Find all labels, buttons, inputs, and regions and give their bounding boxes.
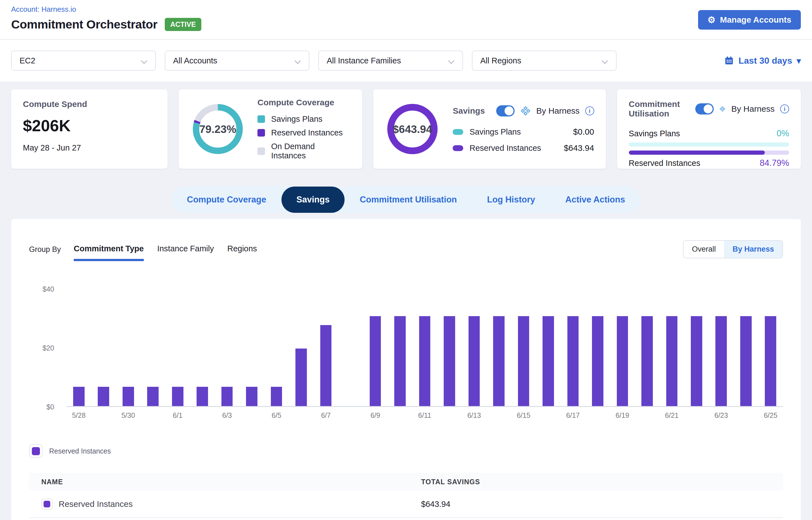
filter-value-regions: All Regions xyxy=(480,56,521,66)
page-title: Commitment Orchestrator xyxy=(11,18,157,31)
bar-slot xyxy=(487,316,511,406)
bar-6-3 xyxy=(221,387,233,406)
legend-label: Reserved Instances xyxy=(49,447,111,455)
table-row[interactable]: Reserved Instances$643.94 xyxy=(29,491,783,518)
plot-area xyxy=(67,289,783,407)
overall-by-harness-toggle: OverallBy Harness xyxy=(683,240,783,258)
filter-select-regions[interactable]: All Regions xyxy=(472,51,617,71)
bar-slot xyxy=(635,316,659,406)
filter-select-service[interactable]: EC2 xyxy=(11,51,156,71)
savings-bar-chart: $0$20$40 5/285/306/16/36/56/76/96/116/13… xyxy=(29,289,783,420)
bar-6-10 xyxy=(394,316,406,406)
x-tick-label xyxy=(289,411,313,420)
group-by-option-instance-family[interactable]: Instance Family xyxy=(157,244,214,261)
filter-bar: EC2All AccountsAll Instance FamiliesAll … xyxy=(0,40,812,82)
bar-slot xyxy=(363,316,388,406)
x-tick-label: 6/15 xyxy=(511,411,536,420)
info-icon[interactable] xyxy=(585,106,594,115)
utilisation-row-labels: Savings Plans0% xyxy=(629,128,789,138)
tab-log-history[interactable]: Log History xyxy=(472,186,550,213)
utilisation-row-label: Savings Plans xyxy=(629,129,680,138)
bar-slot xyxy=(462,316,487,406)
x-tick-label xyxy=(536,411,560,420)
view-option-by-harness[interactable]: By Harness xyxy=(724,241,782,258)
x-tick-label xyxy=(684,411,709,420)
bar-slot xyxy=(610,316,635,406)
coverage-legend-item-reserved-instances: Reserved Instances xyxy=(258,128,350,137)
y-tick-label: $0 xyxy=(46,403,54,411)
utilisation-by-harness-toggle[interactable] xyxy=(695,103,714,114)
tab-commitment-utilisation[interactable]: Commitment Utilisation xyxy=(345,186,472,213)
bar-slot xyxy=(684,316,709,406)
bar-6-17 xyxy=(568,316,579,406)
status-badge: ACTIVE xyxy=(165,18,202,31)
info-icon[interactable] xyxy=(780,104,789,113)
bar-6-7 xyxy=(320,325,332,406)
manage-accounts-label: Manage Accounts xyxy=(720,15,791,25)
savings-row-value: $643.94 xyxy=(564,143,594,153)
compute-spend-title: Compute Spend xyxy=(23,99,156,109)
x-tick-label xyxy=(635,411,659,420)
tab-compute-coverage[interactable]: Compute Coverage xyxy=(172,186,281,213)
savings-title: Savings xyxy=(453,106,485,115)
utilisation-row-savings-plans: Savings Plans0% xyxy=(629,128,789,147)
x-tick-label: 5/30 xyxy=(116,411,140,420)
legend-swatch xyxy=(258,129,265,136)
savings-row-label: Savings Plans xyxy=(469,127,521,136)
bar-5-29 xyxy=(98,387,109,406)
utilisation-progress-bar xyxy=(629,142,789,147)
bar-6-25 xyxy=(765,316,776,406)
utilisation-progress-fill xyxy=(629,151,765,155)
coverage-legend-item-on-demand-instances: On Demand Instances xyxy=(258,142,350,160)
bar-6-4 xyxy=(246,387,258,406)
bar-slot xyxy=(659,316,684,406)
legend-swatch xyxy=(258,148,265,155)
tab-savings[interactable]: Savings xyxy=(282,186,345,213)
manage-accounts-button[interactable]: Manage Accounts xyxy=(698,10,801,30)
legend-item-label: Savings Plans xyxy=(271,114,322,124)
bar-slot xyxy=(165,387,190,406)
group-by-option-commitment-type[interactable]: Commitment Type xyxy=(74,244,144,261)
section-tabs-bar: Compute CoverageSavingsCommitment Utilis… xyxy=(11,186,801,213)
bar-6-22 xyxy=(691,316,702,406)
bar-slot xyxy=(388,316,412,406)
group-by-row: Group By Commitment TypeInstance FamilyR… xyxy=(29,240,783,261)
x-tick-label xyxy=(239,411,264,420)
bar-slot xyxy=(264,387,289,406)
bar-slot xyxy=(116,387,140,406)
bar-5-28 xyxy=(73,387,85,406)
legend-swatch xyxy=(453,129,463,135)
utilisation-row-reserved-instances: Reserved Instances84.79% xyxy=(629,151,789,168)
tab-active-actions[interactable]: Active Actions xyxy=(550,186,640,213)
bar-slot xyxy=(91,387,115,406)
row-swatch xyxy=(44,501,50,508)
filter-select-accounts[interactable]: All Accounts xyxy=(165,51,309,71)
legend-swatch xyxy=(453,145,463,151)
bar-slot xyxy=(709,316,734,406)
savings-row-reserved-instances: Reserved Instances$643.94 xyxy=(453,143,594,153)
legend-item-label: On Demand Instances xyxy=(271,142,350,160)
group-by-label: Group By xyxy=(29,245,61,261)
account-breadcrumb-link[interactable]: Account: Harness.io xyxy=(11,5,76,14)
legend-reserved-instances-chip[interactable] xyxy=(29,444,43,458)
legend-swatch xyxy=(32,447,40,455)
bar-6-16 xyxy=(543,316,554,406)
savings-by-harness-toggle[interactable] xyxy=(496,105,515,116)
group-by-option-regions[interactable]: Regions xyxy=(227,244,257,261)
bar-slot xyxy=(140,387,165,406)
date-range-picker[interactable]: Last 30 days xyxy=(724,56,801,66)
x-tick-label: 6/17 xyxy=(561,411,585,420)
x-tick-label xyxy=(734,411,758,420)
utilisation-row-value: 0% xyxy=(777,128,789,138)
bar-6-12 xyxy=(444,316,455,406)
bar-slot xyxy=(437,316,462,406)
filter-select-instance-families[interactable]: All Instance Families xyxy=(318,51,463,71)
top-bar: Account: Harness.io Commitment Orchestra… xyxy=(0,0,812,40)
savings-donut-chart: $643.94 xyxy=(385,102,440,156)
x-tick-label: 6/7 xyxy=(314,411,338,420)
bar-slot xyxy=(190,387,214,406)
bar-slot xyxy=(413,316,437,406)
commitment-utilisation-title: Commitment Utilisation xyxy=(629,99,684,119)
compute-spend-period: May 28 - Jun 27 xyxy=(23,143,156,153)
view-option-overall[interactable]: Overall xyxy=(684,241,724,258)
